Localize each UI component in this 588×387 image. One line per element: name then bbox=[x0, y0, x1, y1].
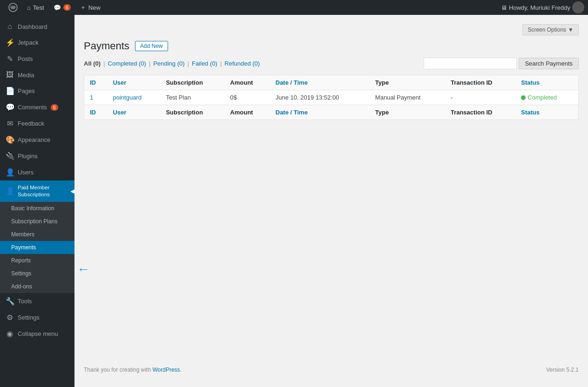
table-row: 1 pointguard Test Plan 0$ June 10, 2019 … bbox=[84, 90, 579, 105]
add-new-button[interactable]: Add New bbox=[135, 41, 168, 51]
sidebar-item-posts[interactable]: ✎ Posts bbox=[0, 51, 74, 67]
submenu-addons[interactable]: Add-ons bbox=[0, 280, 74, 293]
col-id: ID bbox=[84, 75, 108, 90]
payments-table: ID User Subscription Amount Date / Time … bbox=[84, 75, 579, 120]
submenu-subscription-plans[interactable]: Subscription Plans bbox=[0, 215, 74, 228]
sidebar-item-pages[interactable]: 📄 Pages bbox=[0, 83, 74, 99]
sidebar-item-paid-member[interactable]: 👤 Paid Member Subscriptions ◀ bbox=[0, 180, 74, 202]
pages-icon: 📄 bbox=[6, 87, 14, 95]
footer: Thank you for creating with WordPress. V… bbox=[84, 357, 579, 378]
search-area: Search Payments bbox=[424, 58, 579, 69]
adminbar-wp-logo[interactable]: W bbox=[4, 0, 22, 15]
filter-bar: All (0) | Completed (0) | Pending (0) | … bbox=[84, 58, 579, 69]
foot-col-amount: Amount bbox=[224, 105, 270, 120]
submenu-settings[interactable]: Settings bbox=[0, 267, 74, 280]
media-icon: 🖼 bbox=[6, 71, 14, 79]
adminbar-left: W ⌂ Test 💬 6 ＋ New bbox=[4, 0, 105, 15]
monitor-icon: 🖥 bbox=[501, 4, 507, 11]
sidebar-item-users[interactable]: 👤 Users bbox=[0, 164, 74, 180]
search-input[interactable] bbox=[424, 58, 517, 69]
plugins-icon: 🔌 bbox=[6, 152, 14, 160]
page-header: Payments Add New bbox=[84, 40, 579, 52]
sidebar-item-comments[interactable]: 💬 Comments 6 bbox=[0, 99, 74, 115]
tools-icon: 🔧 bbox=[6, 297, 14, 306]
status-badge: Completed bbox=[521, 94, 573, 101]
adminbar-comments[interactable]: 💬 6 bbox=[49, 0, 75, 15]
sidebar-item-feedback[interactable]: ✉ Feedback bbox=[0, 115, 74, 132]
col-subscription: Subscription bbox=[160, 75, 224, 90]
sidebar-item-plugins[interactable]: 🔌 Plugins bbox=[0, 148, 74, 164]
settings-icon: ⚙ bbox=[6, 313, 14, 322]
sidebar: ⌂ Dashboard ⚡ Jetpack ✎ Posts 🖼 Media 📄 … bbox=[0, 15, 74, 387]
appearance-icon: 🎨 bbox=[6, 135, 14, 144]
cell-status: Completed bbox=[515, 90, 578, 105]
posts-icon: ✎ bbox=[6, 54, 14, 63]
cell-user: pointguard bbox=[107, 90, 160, 105]
sep4: | bbox=[220, 60, 222, 67]
cell-id: 1 bbox=[84, 90, 108, 105]
col-amount: Amount bbox=[224, 75, 270, 90]
filter-pending[interactable]: Pending (0) bbox=[153, 60, 184, 67]
table-header-row: ID User Subscription Amount Date / Time … bbox=[84, 75, 579, 90]
sep2: | bbox=[149, 60, 150, 67]
filter-links: All (0) | Completed (0) | Pending (0) | … bbox=[84, 60, 263, 67]
paid-member-icon: 👤 bbox=[6, 187, 14, 195]
col-transaction-id: Transaction ID bbox=[445, 75, 515, 90]
submenu-payments[interactable]: Payments bbox=[0, 241, 74, 254]
adminbar-new[interactable]: ＋ New bbox=[75, 0, 105, 15]
sep1: | bbox=[103, 60, 105, 67]
sidebar-item-collapse[interactable]: ◉ Collapse menu bbox=[0, 326, 74, 342]
sidebar-item-dashboard[interactable]: ⌂ Dashboard bbox=[0, 19, 74, 34]
cell-amount: 0$ bbox=[224, 90, 270, 105]
submenu-basic-info[interactable]: Basic Information bbox=[0, 202, 74, 215]
comments-icon: 💬 bbox=[6, 103, 14, 112]
foot-col-user: User bbox=[107, 105, 160, 120]
screen-options-bar: Screen Options ▼ bbox=[84, 24, 579, 35]
foot-col-transaction-id: Transaction ID bbox=[445, 105, 515, 120]
wordpress-link[interactable]: WordPress bbox=[152, 367, 180, 373]
comments-icon: 💬 bbox=[54, 4, 61, 11]
jetpack-icon: ⚡ bbox=[6, 38, 14, 47]
svg-text:W: W bbox=[11, 5, 15, 10]
feedback-icon: ✉ bbox=[6, 119, 14, 128]
col-status: Status bbox=[515, 75, 578, 90]
sidebar-item-settings[interactable]: ⚙ Settings bbox=[0, 309, 74, 326]
users-icon: 👤 bbox=[6, 168, 14, 177]
table-body: 1 pointguard Test Plan 0$ June 10, 2019 … bbox=[84, 90, 579, 105]
sidebar-item-media[interactable]: 🖼 Media bbox=[0, 67, 74, 83]
foot-col-datetime: Date / Time bbox=[270, 105, 370, 120]
col-datetime: Date / Time bbox=[270, 75, 370, 90]
sep3: | bbox=[188, 60, 189, 67]
collapse-icon: ◉ bbox=[6, 329, 14, 338]
col-type: Type bbox=[370, 75, 445, 90]
footer-credit: Thank you for creating with WordPress. bbox=[84, 367, 182, 373]
adminbar-site-name[interactable]: ⌂ Test bbox=[22, 0, 49, 15]
filter-completed[interactable]: Completed (0) bbox=[108, 60, 146, 67]
cell-type: Manual Payment bbox=[370, 90, 445, 105]
col-user: User bbox=[107, 75, 160, 90]
main-content: Screen Options ▼ Payments Add New All (0… bbox=[74, 15, 588, 387]
dashboard-icon: ⌂ bbox=[6, 22, 14, 31]
submenu-reports[interactable]: Reports bbox=[0, 254, 74, 267]
chevron-icon: ◀ bbox=[70, 188, 74, 194]
search-button[interactable]: Search Payments bbox=[519, 58, 579, 69]
table-footer-row: ID User Subscription Amount Date / Time … bbox=[84, 105, 579, 120]
screen-options-button[interactable]: Screen Options ▼ bbox=[522, 24, 579, 35]
sidebar-item-jetpack[interactable]: ⚡ Jetpack bbox=[0, 34, 74, 51]
cell-subscription: Test Plan bbox=[160, 90, 224, 105]
sidebar-item-appearance[interactable]: 🎨 Appearance bbox=[0, 132, 74, 148]
submenu-members[interactable]: Members bbox=[0, 228, 74, 241]
layout: ⌂ Dashboard ⚡ Jetpack ✎ Posts 🖼 Media 📄 … bbox=[0, 15, 588, 387]
footer-version: Version 5.2.1 bbox=[546, 367, 579, 373]
filter-all[interactable]: All (0) bbox=[84, 60, 101, 67]
page-title: Payments bbox=[84, 40, 129, 52]
filter-refunded[interactable]: Refunded (0) bbox=[224, 60, 260, 67]
home-icon: ⌂ bbox=[27, 4, 31, 11]
filter-failed[interactable]: Failed (0) bbox=[192, 60, 217, 67]
avatar bbox=[572, 1, 584, 13]
status-dot bbox=[521, 95, 526, 100]
sidebar-item-tools[interactable]: 🔧 Tools bbox=[0, 293, 74, 309]
paid-member-submenu: Basic Information Subscription Plans Mem… bbox=[0, 202, 74, 293]
foot-col-status: Status bbox=[515, 105, 578, 120]
foot-col-type: Type bbox=[370, 105, 445, 120]
